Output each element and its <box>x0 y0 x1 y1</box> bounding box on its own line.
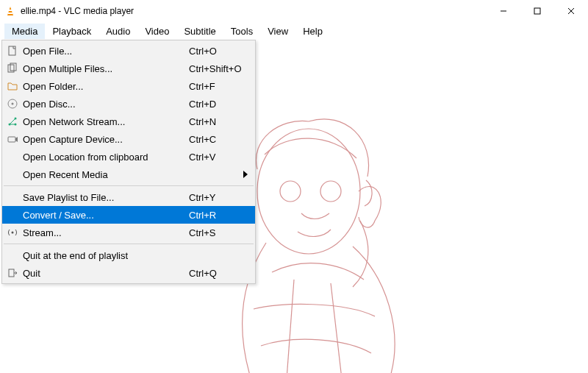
menu-item-label: Open Multiple Files... <box>23 63 189 74</box>
menu-item-label: Save Playlist to File... <box>23 192 189 203</box>
svg-marker-19 <box>243 171 248 178</box>
menu-help[interactable]: Help <box>295 24 330 39</box>
menu-item-shortcut: Ctrl+Shift+O <box>189 63 248 74</box>
menu-item-shortcut: Ctrl+Y <box>189 192 248 203</box>
svg-point-25 <box>320 181 341 202</box>
menu-playback[interactable]: Playback <box>45 24 98 39</box>
menu-tools[interactable]: Tools <box>223 24 260 39</box>
menu-media[interactable]: Media <box>4 24 45 39</box>
menu-item-label: Open Folder... <box>23 81 189 92</box>
network-icon <box>2 116 23 127</box>
maximize-button[interactable] <box>520 0 554 22</box>
svg-point-20 <box>12 232 14 234</box>
menu-item-shortcut: Ctrl+D <box>189 99 248 110</box>
menu-item-shortcut: Ctrl+Q <box>189 268 248 279</box>
menu-separator <box>4 244 254 244</box>
menu-item-label: Open Network Stream... <box>23 116 189 127</box>
menu-item-label: Quit at the end of playlist <box>23 250 189 261</box>
menu-item-open-disc[interactable]: Open Disc...Ctrl+D <box>2 95 255 113</box>
svg-rect-4 <box>534 8 540 14</box>
svg-rect-7 <box>9 46 15 55</box>
menu-item-open-recent-media[interactable]: Open Recent Media <box>2 166 255 183</box>
menu-item-convert-save[interactable]: Convert / Save...Ctrl+R <box>2 206 255 224</box>
menu-item-label: Convert / Save... <box>23 210 189 221</box>
menu-item-label: Open Capture Device... <box>23 134 189 145</box>
menu-video[interactable]: Video <box>137 24 176 39</box>
menu-item-open-folder[interactable]: Open Folder...Ctrl+F <box>2 77 255 95</box>
window-title: ellie.mp4 - VLC media player <box>21 6 487 16</box>
menu-item-label: Open Recent Media <box>23 169 189 180</box>
menu-item-open-capture-device[interactable]: Open Capture Device...Ctrl+C <box>2 130 255 148</box>
menubar: MediaPlaybackAudioVideoSubtitleToolsView… <box>0 22 588 40</box>
close-button[interactable] <box>554 0 588 22</box>
vlc-cone-icon <box>4 5 16 17</box>
disc-icon <box>2 98 23 110</box>
menu-item-open-location-from-clipboard[interactable]: Open Location from clipboardCtrl+V <box>2 148 255 166</box>
svg-point-24 <box>280 181 301 202</box>
menu-item-label: Open File... <box>23 46 189 57</box>
svg-line-15 <box>10 118 15 124</box>
chevron-right-icon <box>243 169 248 180</box>
capture-icon <box>2 133 23 145</box>
titlebar: ellie.mp4 - VLC media player <box>0 0 588 22</box>
menu-item-shortcut: Ctrl+V <box>189 152 248 163</box>
menu-item-shortcut: Ctrl+S <box>189 227 248 238</box>
menu-item-save-playlist-to-file[interactable]: Save Playlist to File...Ctrl+Y <box>2 188 255 206</box>
svg-rect-17 <box>8 137 15 142</box>
svg-rect-21 <box>9 269 14 277</box>
menu-item-quit[interactable]: QuitCtrl+Q <box>2 264 255 282</box>
media-menu-dropdown: Open File...Ctrl+OOpen Multiple Files...… <box>1 40 256 284</box>
menu-item-label: Open Location from clipboard <box>23 152 189 163</box>
menu-separator <box>4 185 254 186</box>
menu-item-shortcut: Ctrl+R <box>189 210 248 221</box>
menu-item-label: Open Disc... <box>23 99 189 110</box>
menu-item-shortcut: Ctrl+O <box>189 46 248 57</box>
menu-item-shortcut: Ctrl+F <box>189 81 248 92</box>
menu-audio[interactable]: Audio <box>98 24 137 39</box>
menu-item-quit-at-the-end-of-playlist[interactable]: Quit at the end of playlist <box>2 246 255 264</box>
files-icon <box>2 63 23 74</box>
menu-item-open-file[interactable]: Open File...Ctrl+O <box>2 42 255 60</box>
svg-point-11 <box>12 103 14 105</box>
menu-view[interactable]: View <box>260 24 295 39</box>
folder-icon <box>2 80 23 92</box>
menu-item-open-multiple-files[interactable]: Open Multiple Files...Ctrl+Shift+O <box>2 60 255 77</box>
quit-icon <box>2 267 23 279</box>
stream-icon <box>2 227 23 238</box>
menu-item-stream[interactable]: Stream...Ctrl+S <box>2 224 255 241</box>
menu-subtitle[interactable]: Subtitle <box>176 24 223 39</box>
menu-item-label: Stream... <box>23 227 189 238</box>
menu-item-open-network-stream[interactable]: Open Network Stream...Ctrl+N <box>2 113 255 130</box>
menu-item-label: Quit <box>23 268 189 279</box>
menu-item-shortcut: Ctrl+N <box>189 116 248 127</box>
svg-rect-1 <box>9 10 12 11</box>
window-controls <box>487 0 588 22</box>
file-icon <box>2 45 23 57</box>
menu-item-shortcut: Ctrl+C <box>189 134 248 145</box>
minimize-button[interactable] <box>487 0 520 22</box>
svg-rect-2 <box>8 13 12 14</box>
